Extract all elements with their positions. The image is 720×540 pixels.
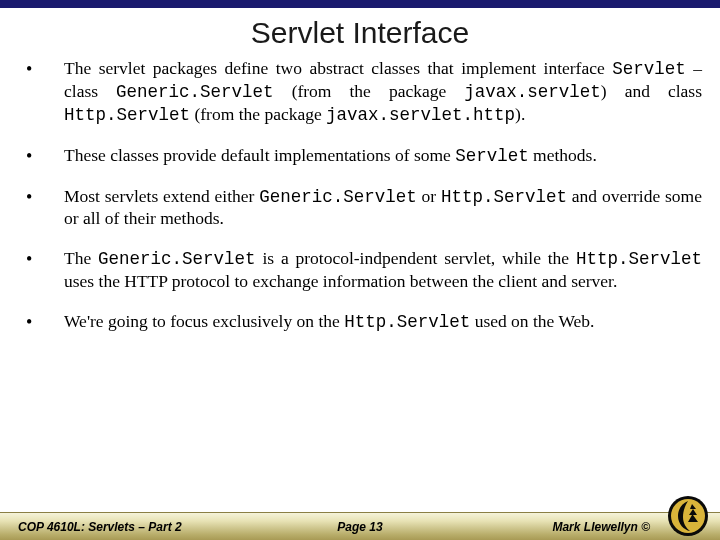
code-text: Http.Servlet bbox=[344, 312, 470, 332]
top-accent-bar bbox=[0, 0, 720, 8]
body-text: (from the package bbox=[190, 104, 326, 124]
bullet-item: The servlet packages define two abstract… bbox=[18, 58, 702, 127]
code-text: Generic.Servlet bbox=[259, 187, 417, 207]
body-text: used on the Web. bbox=[470, 311, 594, 331]
body-text: uses the HTTP protocol to exchange infor… bbox=[64, 271, 617, 291]
code-text: Servlet bbox=[455, 146, 529, 166]
footer: COP 4610L: Servlets – Part 2 Page 13 Mar… bbox=[0, 512, 720, 540]
footer-page: Page 13 bbox=[337, 520, 382, 534]
footer-author: Mark Llewellyn © bbox=[552, 520, 650, 534]
body-text: Most servlets extend either bbox=[64, 186, 259, 206]
code-text: Generic.Servlet bbox=[98, 249, 256, 269]
ucf-logo-icon bbox=[666, 494, 710, 538]
body-text: These classes provide default implementa… bbox=[64, 145, 455, 165]
body-text: ) and class bbox=[601, 81, 702, 101]
body-text: We're going to focus exclusively on the bbox=[64, 311, 344, 331]
bullet-list: The servlet packages define two abstract… bbox=[18, 58, 702, 334]
body-text: is a protocol-indpendent servlet, while … bbox=[256, 248, 576, 268]
content-area: The servlet packages define two abstract… bbox=[0, 58, 720, 334]
code-text: Http.Servlet bbox=[576, 249, 702, 269]
body-text: ). bbox=[515, 104, 525, 124]
footer-course: COP 4610L: Servlets – Part 2 bbox=[18, 520, 182, 534]
body-text: The servlet packages define two abstract… bbox=[64, 58, 612, 78]
code-text: javax.servlet.http bbox=[326, 105, 515, 125]
svg-point-1 bbox=[671, 499, 705, 533]
code-text: Generic.Servlet bbox=[116, 82, 274, 102]
code-text: javax.servlet bbox=[464, 82, 601, 102]
bullet-item: These classes provide default implementa… bbox=[18, 145, 702, 168]
bullet-item: The Generic.Servlet is a protocol-indpen… bbox=[18, 248, 702, 293]
footer-bar: COP 4610L: Servlets – Part 2 Page 13 Mar… bbox=[0, 512, 720, 540]
body-text: or bbox=[417, 186, 441, 206]
body-text: methods. bbox=[529, 145, 597, 165]
bullet-item: We're going to focus exclusively on the … bbox=[18, 311, 702, 334]
body-text: (from the package bbox=[274, 81, 465, 101]
code-text: Servlet bbox=[612, 59, 686, 79]
body-text: The bbox=[64, 248, 98, 268]
bullet-item: Most servlets extend either Generic.Serv… bbox=[18, 186, 702, 231]
title-area: Servlet Interface bbox=[0, 8, 720, 58]
code-text: Http.Servlet bbox=[441, 187, 567, 207]
slide-title: Servlet Interface bbox=[0, 16, 720, 50]
code-text: Http.Servlet bbox=[64, 105, 190, 125]
